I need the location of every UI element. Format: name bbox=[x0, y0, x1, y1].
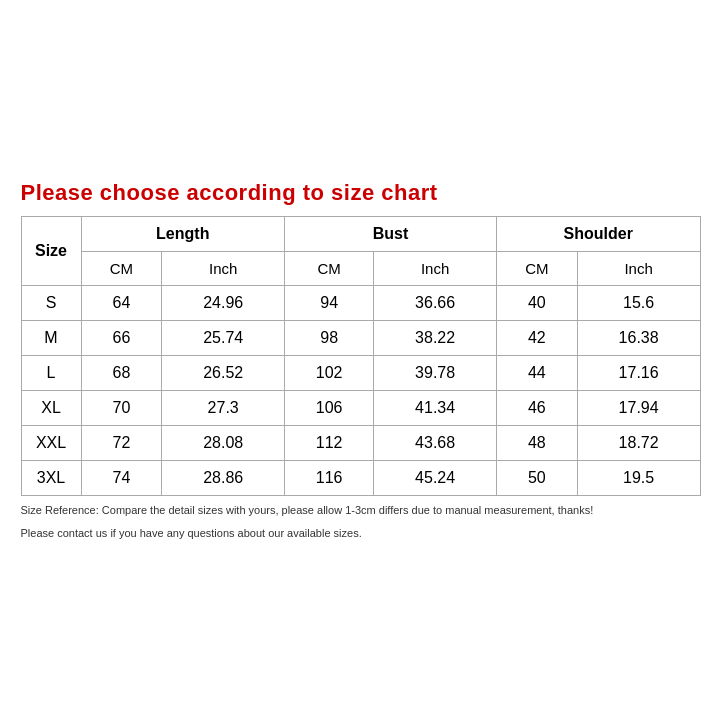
bust-cm-cell: 112 bbox=[285, 426, 374, 461]
shoulder-inch-cell: 19.5 bbox=[577, 461, 700, 496]
bust-cm-cell: 98 bbox=[285, 321, 374, 356]
bust-inch-cell: 45.24 bbox=[374, 461, 497, 496]
shoulder-cm-subheader: CM bbox=[496, 252, 577, 286]
footnote-line2: Please contact us if you have any questi… bbox=[21, 525, 701, 542]
bust-cm-cell: 106 bbox=[285, 391, 374, 426]
shoulder-cm-cell: 44 bbox=[496, 356, 577, 391]
table-row: XL7027.310641.344617.94 bbox=[21, 391, 700, 426]
shoulder-inch-cell: 15.6 bbox=[577, 286, 700, 321]
length-cm-subheader: CM bbox=[81, 252, 162, 286]
bust-cm-cell: 116 bbox=[285, 461, 374, 496]
length-cm-cell: 64 bbox=[81, 286, 162, 321]
shoulder-cm-cell: 50 bbox=[496, 461, 577, 496]
shoulder-inch-cell: 17.94 bbox=[577, 391, 700, 426]
bust-inch-cell: 43.68 bbox=[374, 426, 497, 461]
shoulder-cm-cell: 46 bbox=[496, 391, 577, 426]
shoulder-header: Shoulder bbox=[496, 217, 700, 252]
table-row: S6424.969436.664015.6 bbox=[21, 286, 700, 321]
size-cell: 3XL bbox=[21, 461, 81, 496]
length-inch-cell: 28.08 bbox=[162, 426, 285, 461]
shoulder-cm-cell: 40 bbox=[496, 286, 577, 321]
length-header: Length bbox=[81, 217, 285, 252]
length-inch-cell: 25.74 bbox=[162, 321, 285, 356]
length-cm-cell: 72 bbox=[81, 426, 162, 461]
bust-inch-cell: 36.66 bbox=[374, 286, 497, 321]
bust-inch-cell: 38.22 bbox=[374, 321, 497, 356]
size-cell: M bbox=[21, 321, 81, 356]
bust-inch-subheader: Inch bbox=[374, 252, 497, 286]
length-inch-cell: 28.86 bbox=[162, 461, 285, 496]
length-inch-cell: 27.3 bbox=[162, 391, 285, 426]
size-cell: S bbox=[21, 286, 81, 321]
bust-cm-cell: 94 bbox=[285, 286, 374, 321]
footnote-line1: Size Reference: Compare the detail sizes… bbox=[21, 502, 701, 519]
bust-inch-cell: 39.78 bbox=[374, 356, 497, 391]
bust-inch-cell: 41.34 bbox=[374, 391, 497, 426]
size-chart-container: Please choose according to size chart Si… bbox=[11, 170, 711, 551]
length-inch-cell: 26.52 bbox=[162, 356, 285, 391]
length-cm-cell: 70 bbox=[81, 391, 162, 426]
table-row: L6826.5210239.784417.16 bbox=[21, 356, 700, 391]
size-cell: XXL bbox=[21, 426, 81, 461]
shoulder-cm-cell: 48 bbox=[496, 426, 577, 461]
size-cell: L bbox=[21, 356, 81, 391]
table-row: M6625.749838.224216.38 bbox=[21, 321, 700, 356]
bust-cm-cell: 102 bbox=[285, 356, 374, 391]
shoulder-inch-cell: 18.72 bbox=[577, 426, 700, 461]
bust-header: Bust bbox=[285, 217, 497, 252]
shoulder-cm-cell: 42 bbox=[496, 321, 577, 356]
length-cm-cell: 66 bbox=[81, 321, 162, 356]
page-title: Please choose according to size chart bbox=[21, 180, 701, 206]
length-inch-subheader: Inch bbox=[162, 252, 285, 286]
shoulder-inch-subheader: Inch bbox=[577, 252, 700, 286]
shoulder-inch-cell: 16.38 bbox=[577, 321, 700, 356]
length-cm-cell: 74 bbox=[81, 461, 162, 496]
size-header: Size bbox=[21, 217, 81, 286]
table-row: XXL7228.0811243.684818.72 bbox=[21, 426, 700, 461]
table-row: 3XL7428.8611645.245019.5 bbox=[21, 461, 700, 496]
length-cm-cell: 68 bbox=[81, 356, 162, 391]
length-inch-cell: 24.96 bbox=[162, 286, 285, 321]
shoulder-inch-cell: 17.16 bbox=[577, 356, 700, 391]
bust-cm-subheader: CM bbox=[285, 252, 374, 286]
size-cell: XL bbox=[21, 391, 81, 426]
size-table: Size Length Bust Shoulder CM Inch CM Inc… bbox=[21, 216, 701, 496]
